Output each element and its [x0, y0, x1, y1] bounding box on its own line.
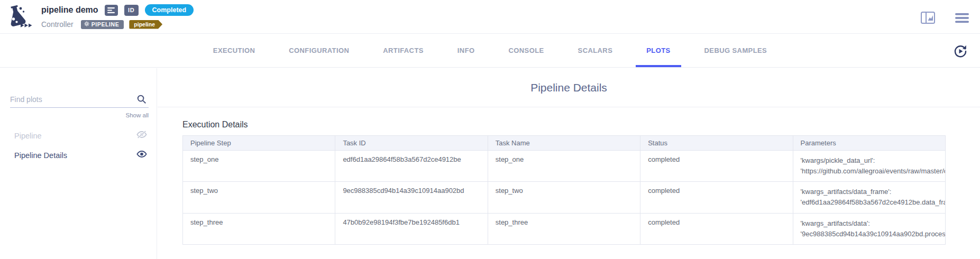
- cell-status: completed: [640, 213, 793, 244]
- experiment-title: pipeline demo: [41, 5, 98, 15]
- controller-label: Controller: [41, 20, 74, 29]
- plot-item-label: Pipeline Details: [14, 151, 67, 160]
- system-tag: PIPELINE: [81, 20, 124, 29]
- details-panel-icon[interactable]: [921, 12, 935, 26]
- app-window: pipeline demo ID Completed Controller: [0, 0, 980, 259]
- cell-task-name: step_three: [488, 213, 640, 244]
- table-row: step_three 47b0b92e98194f3fbe7be192485f6…: [183, 213, 946, 244]
- tab-plots[interactable]: PLOTS: [643, 34, 673, 67]
- cell-task-id-link[interactable]: 47b0b92e98194f3fbe7be192485f6db1: [335, 213, 488, 244]
- eye-off-icon[interactable]: [136, 130, 148, 141]
- eye-icon[interactable]: [136, 150, 148, 161]
- status-badge: Completed: [145, 4, 194, 16]
- execution-details-table: Pipeline Step Task ID Task Name Status P…: [182, 135, 946, 245]
- col-header-task-id: Task ID: [335, 136, 488, 151]
- cell-task-name: step_one: [488, 151, 640, 182]
- plot-search: [10, 92, 149, 108]
- cell-parameters: 'kwargs/pickle_data_url': 'https://githu…: [793, 151, 945, 182]
- plot-panel: Pipeline Details Execution Details Pipel…: [158, 68, 980, 259]
- plot-list: Pipeline Pipeline Details: [0, 126, 157, 165]
- search-icon[interactable]: [136, 94, 146, 106]
- tab-debug-samples[interactable]: DEBUG SAMPLES: [701, 34, 771, 67]
- plot-item-pipeline-details[interactable]: Pipeline Details: [0, 145, 157, 165]
- top-header-bar: pipeline demo ID Completed Controller: [0, 0, 980, 33]
- table-row: step_one edf6d1aa29864f58b3a567d2ce4912b…: [183, 151, 946, 182]
- plot-title-bar: Pipeline Details: [158, 68, 980, 107]
- user-tag-label: pipeline: [134, 21, 155, 27]
- cell-status: completed: [640, 151, 793, 182]
- tab-configuration[interactable]: CONFIGURATION: [286, 34, 352, 67]
- col-header-pipeline-step: Pipeline Step: [183, 136, 335, 151]
- show-all-link[interactable]: Show all: [0, 112, 149, 118]
- col-header-task-name: Task Name: [488, 136, 640, 151]
- hamburger-menu-icon[interactable]: [955, 13, 969, 25]
- cell-task-id-link[interactable]: 9ec988385cd94b14a39c10914aa902bd: [335, 182, 488, 213]
- cell-task-name: step_two: [488, 182, 640, 213]
- cell-pipeline-step: step_three: [183, 213, 335, 244]
- cell-parameters: 'kwargs_artifacts/data_frame': 'edf6d1aa…: [793, 182, 945, 213]
- cell-parameters: 'kwargs_artifacts/data': '9ec988385cd94b…: [793, 213, 945, 244]
- table-row: step_two 9ec988385cd94b14a39c10914aa902b…: [183, 182, 946, 213]
- tab-scalars[interactable]: SCALARS: [575, 34, 616, 67]
- cell-task-id-link[interactable]: edf6d1aa29864f58b3a567d2ce4912be: [335, 151, 488, 182]
- tab-execution[interactable]: EXECUTION: [210, 34, 258, 67]
- tab-info[interactable]: INFO: [454, 34, 478, 67]
- cell-status: completed: [640, 182, 793, 213]
- tab-bar: EXECUTION CONFIGURATION ARTIFACTS INFO C…: [0, 33, 980, 68]
- section-title: Execution Details: [182, 120, 946, 130]
- col-header-status: Status: [640, 136, 793, 151]
- plot-item-label: Pipeline: [14, 132, 42, 140]
- tab-console[interactable]: CONSOLE: [505, 34, 547, 67]
- table-header-row: Pipeline Step Task ID Task Name Status P…: [183, 136, 946, 151]
- id-badge[interactable]: ID: [124, 5, 139, 16]
- gear-icon: [84, 21, 89, 27]
- experiment-title-block: pipeline demo ID Completed Controller: [41, 3, 194, 29]
- system-tag-label: PIPELINE: [91, 21, 120, 27]
- search-input[interactable]: [10, 92, 149, 107]
- auto-refresh-icon[interactable]: [952, 43, 968, 59]
- description-icon[interactable]: [105, 5, 118, 16]
- plots-sidebar: Show all Pipeline Pipeline Details: [0, 68, 157, 259]
- pipeline-flask-icon: [4, 4, 35, 30]
- page-title: Pipeline Details: [530, 81, 607, 94]
- user-tag[interactable]: pipeline: [129, 20, 162, 29]
- cell-pipeline-step: step_two: [183, 182, 335, 213]
- tab-artifacts[interactable]: ARTIFACTS: [380, 34, 427, 67]
- plot-item-pipeline[interactable]: Pipeline: [0, 126, 157, 145]
- col-header-parameters: Parameters: [793, 136, 945, 151]
- cell-pipeline-step: step_one: [183, 151, 335, 182]
